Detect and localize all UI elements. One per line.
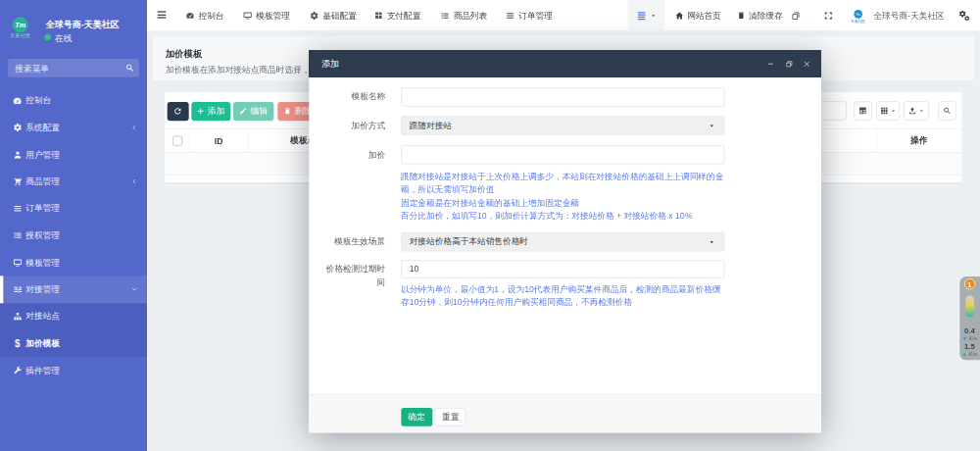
sitemap-icon bbox=[13, 312, 23, 322]
copy-icon bbox=[791, 11, 800, 20]
nav-username[interactable]: 全球号商-天美社区 bbox=[873, 0, 944, 30]
add-button[interactable]: 添加 bbox=[191, 102, 230, 121]
refresh-icon bbox=[173, 107, 182, 116]
nav-tab-template-mgmt[interactable]: 模板管理 bbox=[243, 0, 290, 30]
dollar-icon: $ bbox=[13, 338, 23, 348]
columns-button[interactable] bbox=[876, 101, 900, 120]
sidebar: Tm 天美社区 全球号商-天美社区 在线 搜索菜单 控制台 系统配置 用户管理 bbox=[0, 0, 147, 451]
expire-input[interactable]: 10 bbox=[401, 260, 724, 278]
nav-tab-label: 控制台 bbox=[199, 10, 224, 22]
sidebar-item-plugin-mgmt[interactable]: 插件管理 bbox=[0, 357, 147, 384]
add-button-label: 添加 bbox=[208, 106, 224, 118]
user-icon bbox=[13, 150, 23, 160]
sidebar-item-label: 模板管理 bbox=[25, 257, 60, 269]
nav-settings-button[interactable] bbox=[959, 0, 973, 30]
nav-tab-basic-config[interactable]: 基础配置 bbox=[310, 0, 357, 30]
dialog-footer: 确定 重置 bbox=[309, 394, 821, 433]
sidebar-item-dock-mgmt[interactable]: 对接管理 bbox=[0, 276, 147, 304]
close-icon[interactable] bbox=[799, 51, 815, 77]
plus-icon bbox=[197, 108, 205, 116]
dialog-title: 添加 bbox=[321, 58, 339, 70]
list-icon bbox=[440, 11, 449, 20]
pagination-switch-button[interactable] bbox=[854, 101, 872, 120]
template-name-input[interactable] bbox=[401, 88, 724, 107]
nav-home-link[interactable]: 网站首页 bbox=[675, 0, 721, 30]
sidebar-item-label: 系统配置 bbox=[25, 122, 60, 133]
field-label-expire: 价格检测过期时间 bbox=[323, 262, 386, 288]
sidebar-item-label: 加价模板 bbox=[25, 337, 60, 349]
hamburger-icon[interactable] bbox=[158, 11, 167, 20]
table-header-operation: 操作 bbox=[877, 129, 961, 152]
caret-down-icon bbox=[918, 108, 924, 114]
field-label-name: 模板名称 bbox=[323, 90, 386, 104]
nav-tab-console[interactable]: 控制台 bbox=[185, 0, 223, 30]
confirm-button[interactable]: 确定 bbox=[401, 408, 432, 426]
markup-input[interactable] bbox=[401, 145, 724, 164]
sidebar-item-license-mgmt[interactable]: 授权管理 bbox=[0, 223, 147, 250]
scene-select[interactable]: 对接站价格高于本站销售价格时 bbox=[401, 232, 724, 252]
sidebar-item-console[interactable]: 控制台 bbox=[0, 87, 147, 115]
nav-tab-order-mgmt[interactable]: 订单管理 bbox=[506, 0, 553, 30]
markup-mode-select[interactable]: 跟随对接站 bbox=[401, 116, 724, 135]
sidebar-item-product-mgmt[interactable]: 商品管理 bbox=[0, 169, 147, 196]
trash-icon bbox=[283, 108, 291, 116]
nav-tab-payment-config[interactable]: 支付配置 bbox=[374, 0, 420, 30]
export-button[interactable] bbox=[904, 101, 929, 120]
markup-help-3: 百分比加价，如填写10，则加价计算方式为：对接站价格 + 对接站价格 x 10% bbox=[401, 210, 725, 223]
sidebar-item-label: 对接管理 bbox=[25, 283, 60, 295]
sidebar-item-markup-template[interactable]: $ 加价模板 bbox=[0, 330, 147, 358]
nav-clear-cache-label: 清除缓存 bbox=[749, 10, 783, 22]
sidebar-item-label: 授权管理 bbox=[25, 229, 60, 241]
caret-down-icon bbox=[650, 12, 657, 19]
field-label-scene: 模板生效场景 bbox=[323, 235, 386, 249]
maximize-icon[interactable] bbox=[781, 51, 798, 77]
sliders-icon bbox=[13, 284, 23, 294]
trash-icon bbox=[737, 11, 746, 20]
upload-speed-unit: ▲ K/s bbox=[959, 350, 980, 357]
gauge-icon bbox=[185, 11, 194, 20]
online-status-dot bbox=[44, 34, 51, 41]
markup-help-2: 固定金额是在对接站金额的基础上增加固定金额 bbox=[401, 196, 725, 209]
sidebar-item-dock-sites[interactable]: 对接站点 bbox=[0, 303, 147, 330]
bars-icon bbox=[506, 11, 514, 20]
nav-fullscreen-button[interactable] bbox=[824, 0, 837, 30]
search-toggle-button[interactable] bbox=[938, 101, 956, 120]
app-root: Tm 天美社区 全球号商-天美社区 在线 搜索菜单 控制台 系统配置 用户管理 bbox=[0, 0, 980, 451]
cart-icon bbox=[13, 176, 23, 186]
minimize-icon[interactable] bbox=[761, 51, 778, 77]
dialog-header[interactable]: 添加 bbox=[309, 51, 821, 77]
sidebar-item-order-mgmt[interactable]: 订单管理 bbox=[0, 195, 147, 223]
gear-icon bbox=[310, 11, 318, 20]
tabs-dropdown-button[interactable] bbox=[628, 0, 664, 30]
sidebar-item-template-mgmt[interactable]: 模板管理 bbox=[0, 249, 147, 276]
top-navbar: 控制台 模板管理 基础配置 支付配置 商品列表 订单管理 网站首页 bbox=[147, 0, 980, 31]
refresh-button[interactable] bbox=[168, 102, 189, 121]
select-all-checkbox[interactable] bbox=[172, 135, 182, 145]
sidebar-logo-caption: 天美社区 bbox=[5, 32, 35, 39]
edit-button[interactable]: 编辑 bbox=[233, 102, 273, 121]
sidebar-item-label: 对接站点 bbox=[25, 311, 60, 323]
arrow-up-icon: ▲ bbox=[962, 350, 968, 357]
th-icon bbox=[374, 11, 383, 20]
nav-tab-label: 订单管理 bbox=[518, 10, 553, 22]
reset-button[interactable]: 重置 bbox=[435, 408, 466, 426]
chevron-left-icon bbox=[130, 178, 137, 185]
avatar[interactable]: Tm bbox=[854, 10, 862, 19]
page-title: 加价模板 bbox=[166, 48, 202, 60]
table-header-id[interactable]: ID bbox=[190, 129, 248, 152]
sidebar-item-label: 控制台 bbox=[25, 95, 51, 107]
sidebar-brand-title: 全球号商-天美社区 bbox=[46, 19, 120, 30]
expire-help: 以分钟为单位，最小值为1，设为10代表用户购买某件商品后，检测的商品最新价格缓存… bbox=[401, 283, 725, 310]
nav-clear-cache[interactable]: 清除缓存 bbox=[737, 0, 783, 30]
sidebar-item-user-mgmt[interactable]: 用户管理 bbox=[0, 141, 147, 169]
nav-copy-button[interactable] bbox=[791, 0, 804, 30]
sidebar-item-label: 用户管理 bbox=[25, 149, 60, 161]
nav-tab-product-list[interactable]: 商品列表 bbox=[440, 0, 487, 30]
arrow-down-icon: ▼ bbox=[962, 334, 968, 341]
speed-monitor-widget[interactable]: 1 0.4 ▼ K/s 1.5 ▲ K/s bbox=[959, 276, 980, 360]
cogs-icon bbox=[959, 10, 970, 21]
sidebar-item-system-config[interactable]: 系统配置 bbox=[0, 115, 147, 142]
search-icon[interactable] bbox=[125, 64, 134, 73]
nav-tab-label: 模板管理 bbox=[256, 10, 290, 22]
sidebar-item-label: 订单管理 bbox=[25, 203, 60, 215]
